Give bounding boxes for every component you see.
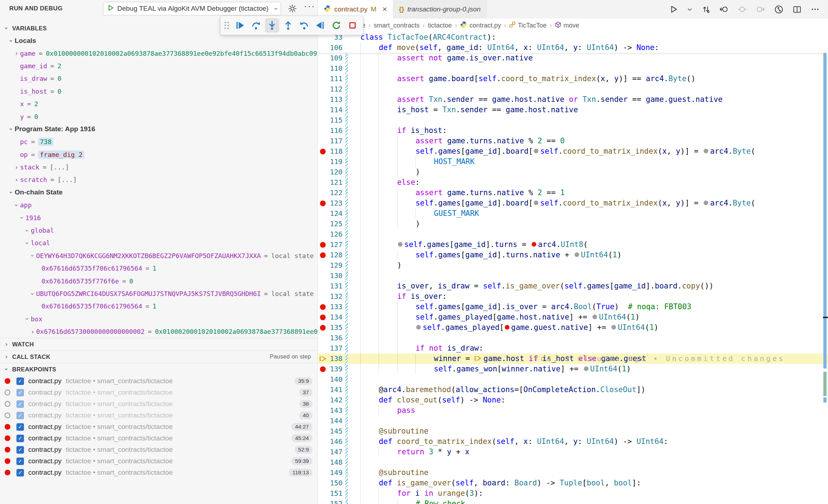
variable-row-is_draw[interactable]: is_draw=0 bbox=[0, 72, 317, 85]
variable-row-scratch[interactable]: ›scratch=[...] bbox=[0, 173, 317, 186]
gutter-breakpoint-icon[interactable] bbox=[318, 322, 327, 333]
drag-handle[interactable] bbox=[224, 21, 230, 30]
gutter-space[interactable] bbox=[318, 229, 327, 239]
gutter-space[interactable] bbox=[318, 468, 327, 478]
breadcrumb-item-smart_contracts[interactable]: smart_contracts bbox=[374, 22, 419, 29]
breakpoint-row[interactable]: ✓contract.pytictactoe • smart_contracts/… bbox=[0, 433, 317, 444]
variable-row-On-chain State[interactable]: ›On-chain State bbox=[0, 186, 317, 199]
gutter-space[interactable] bbox=[318, 84, 327, 94]
navigate-back-icon[interactable] bbox=[720, 5, 728, 14]
line-content[interactable]: GUEST_MARK bbox=[355, 208, 828, 219]
line-content[interactable]: ) bbox=[355, 219, 828, 229]
gutter-breakpoint-icon[interactable] bbox=[318, 364, 327, 374]
line-content[interactable]: self.games_played[game.host.native] += U… bbox=[355, 312, 828, 322]
reverse-continue-button[interactable] bbox=[313, 18, 327, 33]
gutter-space[interactable] bbox=[318, 136, 327, 146]
line-content[interactable]: self.games[game_id].is_over = arc4.Bool(… bbox=[355, 302, 828, 312]
line-content[interactable]: assert Txn.sender == game.host.native or… bbox=[355, 94, 828, 105]
stop-button[interactable] bbox=[345, 18, 360, 33]
breakpoint-row[interactable]: ✓contract.pytictactoe • smart_contracts/… bbox=[0, 398, 317, 410]
line-content[interactable]: def close_out(self) -> None: bbox=[355, 395, 828, 405]
gutter-space[interactable] bbox=[318, 333, 327, 343]
step-out-button[interactable] bbox=[281, 18, 295, 33]
line-content[interactable]: self.games_played[game.guest.native] += … bbox=[355, 322, 828, 333]
chevron-right-icon[interactable]: › bbox=[13, 176, 20, 183]
line-content[interactable]: @arc4.baremethod(allow_actions=[OnComple… bbox=[355, 385, 828, 395]
line-content[interactable]: else: bbox=[355, 177, 828, 188]
line-content[interactable]: # Row check bbox=[355, 499, 828, 504]
breakpoint-checkbox[interactable]: ✓ bbox=[16, 446, 24, 454]
line-content[interactable]: assert not game.is_over.native bbox=[355, 53, 828, 63]
line-content[interactable]: is_over, is_draw = self.is_game_over(sel… bbox=[355, 281, 828, 291]
chevron-right-icon[interactable]: › bbox=[13, 164, 20, 171]
variable-row-game[interactable]: ›game=0x010000000102010002a0693878ae3773… bbox=[0, 47, 317, 59]
chevron-right-icon[interactable]: › bbox=[13, 50, 20, 57]
more-actions-icon[interactable] bbox=[811, 5, 819, 14]
gutter-space[interactable] bbox=[318, 488, 327, 499]
section-header-call-stack[interactable]: › CALL STACK Paused on step bbox=[0, 350, 317, 363]
chevron-down-icon[interactable]: › bbox=[8, 37, 15, 44]
line-content[interactable]: winner = game.host if is_host else game.… bbox=[355, 354, 828, 364]
gutter-space[interactable] bbox=[318, 416, 327, 426]
line-content[interactable]: assert game.board[self.coord_to_matrix_i… bbox=[355, 74, 828, 84]
gutter-space[interactable] bbox=[318, 177, 327, 188]
chevron-down-icon[interactable]: › bbox=[29, 252, 36, 259]
run-icon[interactable] bbox=[670, 5, 677, 13]
line-content[interactable]: HOST_MARK bbox=[355, 157, 828, 167]
line-content[interactable]: pass bbox=[355, 405, 828, 416]
breakpoint-checkbox[interactable]: ✓ bbox=[16, 423, 24, 431]
gutter-breakpoint-icon[interactable] bbox=[318, 239, 327, 250]
line-content[interactable]: def is_game_over(self, board: Board) -> … bbox=[355, 478, 828, 488]
line-content[interactable] bbox=[355, 229, 828, 239]
line-content[interactable]: self.games[game_id].turns = arc4.UInt8( bbox=[355, 239, 828, 250]
variable-row-game_id[interactable]: game_id=2 bbox=[0, 60, 317, 72]
step-over-button[interactable] bbox=[249, 18, 263, 33]
line-content[interactable]: assert game.turns.native % 2 == 0 bbox=[355, 136, 828, 146]
variable-row-pc[interactable]: pc=738 bbox=[0, 135, 317, 148]
variable-row-stack[interactable]: ›stack=[...] bbox=[0, 161, 317, 173]
gutter-space[interactable] bbox=[318, 395, 327, 405]
variable-row-OEYWY64H3D7QK6KCGG6NM2XKKOTZB6BEGZ2P6VAWFOP5OFZAUAHKX7JXXA[interactable]: ›OEYWY64H3D7QK6KCGG6NM2XKKOTZB6BEGZ2P6VA… bbox=[0, 249, 317, 262]
restart-button[interactable] bbox=[329, 18, 344, 33]
line-content[interactable]: def move(self, game_id: UInt64, x: UInt6… bbox=[355, 43, 828, 53]
gutter-space[interactable] bbox=[318, 188, 327, 198]
gutter-space[interactable] bbox=[318, 115, 327, 125]
step-into-button[interactable] bbox=[265, 18, 279, 33]
inline-breakpoint-candidate-icon[interactable] bbox=[592, 315, 597, 319]
line-content[interactable]: def coord_to_matrix_index(self, x: UInt6… bbox=[355, 436, 828, 447]
breadcrumb-item-contract.py[interactable]: contract.py bbox=[460, 21, 501, 30]
inline-breakpoint-candidate-icon[interactable] bbox=[704, 149, 708, 153]
line-content[interactable]: self.games_won[winner.native] += UInt64(… bbox=[355, 364, 828, 374]
inline-breakpoint-candidate-icon[interactable] bbox=[704, 201, 708, 205]
run-dropdown-icon[interactable] bbox=[687, 7, 693, 12]
start-debug-icon[interactable] bbox=[107, 4, 114, 13]
section-header-breakpoints[interactable]: › BREAKPOINTS bbox=[0, 363, 317, 375]
gutter-current-line-icon[interactable] bbox=[318, 354, 327, 364]
line-content[interactable]: ) bbox=[355, 260, 828, 271]
source-control-graph-icon[interactable] bbox=[774, 5, 783, 14]
gutter-space[interactable] bbox=[318, 447, 327, 457]
breakpoint-row[interactable]: ✓contract.pytictactoe • smart_contracts/… bbox=[0, 387, 317, 398]
tab-transaction-group-0.json[interactable]: {}transaction-group-0.json bbox=[393, 0, 487, 19]
inline-breakpoint-candidate-icon[interactable] bbox=[611, 325, 616, 330]
chevron-right-icon[interactable]: › bbox=[29, 328, 36, 335]
breakpoint-checkbox[interactable]: ✓ bbox=[16, 412, 24, 419]
inline-breakpoint-candidate-icon[interactable] bbox=[534, 201, 538, 205]
line-content[interactable]: assert game.turns.native % 2 == 1 bbox=[355, 188, 828, 198]
gutter-space[interactable] bbox=[318, 63, 327, 74]
variable-row-0x67616d65735f776f6e[interactable]: 0x67616d65735f776f6e=0 bbox=[0, 275, 317, 287]
gutter-space[interactable] bbox=[318, 499, 327, 504]
line-content[interactable] bbox=[355, 416, 828, 426]
continue-button[interactable] bbox=[233, 18, 247, 33]
variable-row-x[interactable]: x=2 bbox=[0, 98, 317, 110]
breakpoint-checkbox[interactable]: ✓ bbox=[16, 377, 24, 385]
line-content[interactable]: is_host = Txn.sender == game.host.native bbox=[355, 105, 828, 115]
line-content[interactable]: self.games[game_id].board[self.coord_to_… bbox=[355, 146, 828, 157]
variable-row-y[interactable]: y=0 bbox=[0, 110, 317, 123]
variable-row-app[interactable]: ›app bbox=[0, 199, 317, 211]
gutter-breakpoint-icon[interactable] bbox=[318, 312, 327, 322]
debug-config-dropdown[interactable]: Debug TEAL via AlgoKit AVM Debugger (tic… bbox=[103, 2, 281, 15]
gutter-space[interactable] bbox=[318, 343, 327, 354]
line-content[interactable]: @subroutine bbox=[355, 468, 828, 478]
gutter-space[interactable] bbox=[318, 208, 327, 219]
